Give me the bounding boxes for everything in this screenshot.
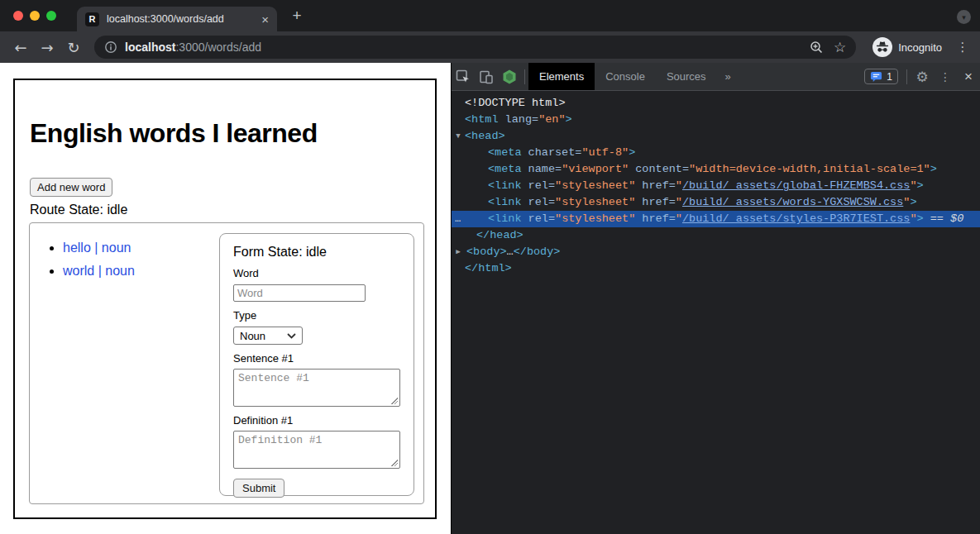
expander-arrow-icon[interactable]: ▶ <box>452 244 465 260</box>
titlebar: R localhost:3000/words/add × + ▾ <box>0 0 980 31</box>
minimize-window-button[interactable] <box>30 11 40 21</box>
code-line[interactable]: <!DOCTYPE html> <box>452 95 980 112</box>
devtools-menu-icon[interactable]: ⋮ <box>934 63 957 90</box>
more-tabs-icon[interactable]: » <box>717 70 739 83</box>
url-path: :3000/words/add <box>175 41 261 54</box>
app-container: English words I learned Add new word Rou… <box>13 79 437 519</box>
word-link[interactable]: hello | noun <box>63 241 131 255</box>
code-line[interactable]: ▼<head> <box>452 128 980 145</box>
browser-menu-icon[interactable]: ⋮ <box>955 40 970 55</box>
browser-toolbar: ← → ↻ localhost:3000/words/add ☆ <box>0 31 980 63</box>
definition-textarea[interactable] <box>233 431 400 469</box>
tab-close-icon[interactable]: × <box>261 12 269 26</box>
incognito-label: Incognito <box>898 41 942 54</box>
word-input[interactable] <box>233 284 366 302</box>
devtools-tab-elements[interactable]: Elements <box>528 63 595 90</box>
code-line[interactable]: ▶<body>…</body> <box>452 244 980 260</box>
expander-arrow-icon[interactable]: ▼ <box>452 128 465 145</box>
incognito-icon <box>872 37 892 57</box>
word-label: Word <box>233 267 400 279</box>
incognito-badge: Incognito <box>872 37 942 57</box>
page-title: English words I learned <box>30 118 435 149</box>
add-word-button[interactable]: Add new word <box>30 178 112 197</box>
type-label: Type <box>233 309 400 322</box>
remix-favicon-icon: R <box>85 12 99 26</box>
omnibox[interactable]: localhost:3000/words/add ☆ <box>94 36 856 59</box>
issues-badge[interactable]: 1 <box>864 69 898 84</box>
code-line[interactable]: <html lang="en"> <box>452 112 980 128</box>
gutter <box>452 161 465 178</box>
browser-tab[interactable]: R localhost:3000/words/add × <box>77 7 277 31</box>
url-host: localhost <box>125 41 175 54</box>
code-line[interactable]: </html> <box>452 260 980 277</box>
code-line[interactable]: <meta name="viewport" content="width=dev… <box>452 161 980 178</box>
gutter <box>452 95 465 112</box>
code-line[interactable]: <link rel="stylesheet" href="/build/_ass… <box>452 194 980 211</box>
toolbar-divider <box>524 69 525 84</box>
issues-count: 1 <box>887 71 892 83</box>
form-state-text: Form State: idle <box>233 245 400 260</box>
form-card: Form State: idle Word Type Noun Sentence… <box>219 233 414 496</box>
devtools-tab-console[interactable]: Console <box>595 63 656 90</box>
settings-gear-icon[interactable]: ⚙ <box>911 63 934 90</box>
gutter <box>452 178 465 194</box>
url-text[interactable]: localhost:3000/words/add <box>125 41 799 54</box>
ellipsis-gutter-icon: … <box>452 211 465 227</box>
issue-bubble-icon <box>870 70 882 83</box>
definition-label: Definition #1 <box>233 414 400 427</box>
type-select[interactable]: Noun <box>233 327 303 345</box>
back-button[interactable]: ← <box>10 39 31 56</box>
gutter <box>452 145 465 161</box>
devtools-tab-sources[interactable]: Sources <box>656 63 717 90</box>
inspect-element-icon[interactable] <box>452 63 475 90</box>
gutter <box>452 227 465 244</box>
chevron-down-icon <box>287 333 296 339</box>
submit-button[interactable]: Submit <box>233 479 284 498</box>
device-toolbar-icon[interactable] <box>475 63 498 90</box>
toolbar-divider <box>906 69 907 84</box>
devtools-tabs: ElementsConsoleSources <box>528 63 717 90</box>
word-link[interactable]: world | noun <box>63 264 135 278</box>
tab-title: localhost:3000/words/add <box>107 13 256 25</box>
code-line[interactable]: </head> <box>452 227 980 244</box>
tab-search-button[interactable]: ▾ <box>957 10 971 24</box>
gutter <box>452 194 465 211</box>
code-line[interactable]: …<link rel="stylesheet" href="/build/_as… <box>452 211 980 227</box>
forward-button[interactable]: → <box>36 39 58 56</box>
info-icon[interactable] <box>104 41 117 54</box>
traffic-lights <box>13 11 56 21</box>
close-window-button[interactable] <box>13 11 23 21</box>
zoom-window-button[interactable] <box>46 11 56 21</box>
browser-window: R localhost:3000/words/add × + ▾ ← → ↻ l… <box>0 0 980 534</box>
code-line[interactable]: <link rel="stylesheet" href="/build/_ass… <box>452 178 980 194</box>
words-panel: hello | nounworld | noun Form State: idl… <box>29 222 424 504</box>
sentence-textarea[interactable] <box>233 369 400 407</box>
devtools-close-icon[interactable]: × <box>957 63 980 90</box>
extension-icon[interactable] <box>498 63 521 90</box>
devtools-panel: ElementsConsoleSources » 1 ⚙ ⋮ × <! <box>451 63 980 534</box>
devtools-toolbar: ElementsConsoleSources » 1 ⚙ ⋮ × <box>452 63 980 91</box>
sentence-label: Sentence #1 <box>233 352 400 365</box>
gutter <box>452 112 465 128</box>
type-select-value: Noun <box>240 330 265 342</box>
bookmark-star-icon[interactable]: ☆ <box>834 39 846 55</box>
page-viewport: English words I learned Add new word Rou… <box>0 63 451 534</box>
dom-tree: <!DOCTYPE html><html lang="en">▼<head><m… <box>452 91 980 534</box>
code-line[interactable]: <meta charset="utf-8"> <box>452 145 980 161</box>
new-tab-button[interactable]: + <box>288 7 306 25</box>
gutter <box>452 260 465 277</box>
zoom-in-icon[interactable] <box>809 40 824 55</box>
route-state-text: Route State: idle <box>30 203 435 217</box>
reload-button[interactable]: ↻ <box>63 39 84 56</box>
